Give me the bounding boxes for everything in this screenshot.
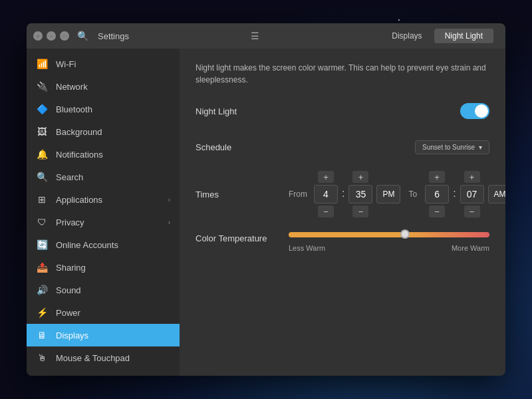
network-icon: 🔌 bbox=[36, 81, 48, 92]
displays-icon: 🖥 bbox=[36, 330, 48, 340]
to-hour-stack: + 6 − bbox=[425, 171, 449, 217]
sidebar-item-notifications[interactable]: 🔔 Notifications bbox=[27, 143, 180, 166]
sidebar-label-displays: Displays bbox=[56, 331, 88, 340]
to-hour-up-button[interactable]: + bbox=[429, 171, 445, 183]
to-period-display: AM bbox=[488, 185, 505, 203]
bluetooth-icon: 🔷 bbox=[36, 104, 48, 114]
to-hour-display: 6 bbox=[425, 185, 449, 203]
notifications-icon: 🔔 bbox=[36, 149, 48, 160]
chevron-icon-privacy: › bbox=[168, 219, 170, 226]
to-min-down-button[interactable]: − bbox=[464, 205, 480, 217]
sidebar-label-sharing: Sharing bbox=[56, 263, 86, 273]
to-min-up-button[interactable]: + bbox=[464, 171, 480, 183]
to-hour-down-button[interactable]: − bbox=[429, 205, 445, 217]
close-button[interactable]: × bbox=[33, 31, 43, 41]
to-min-display: 07 bbox=[460, 185, 484, 203]
temp-slider-track bbox=[289, 232, 489, 237]
sidebar-item-privacy[interactable]: 🛡 Privacy › bbox=[27, 211, 180, 233]
from-min-up-button[interactable]: + bbox=[352, 171, 368, 183]
more-warm-label: More Warm bbox=[452, 244, 489, 252]
sidebar-label-network: Network bbox=[56, 82, 88, 92]
sidebar-label-wifi: Wi-Fi bbox=[56, 59, 76, 69]
content-area: Night light makes the screen color warme… bbox=[180, 49, 505, 376]
sidebar-item-applications[interactable]: ⊞ Applications › bbox=[27, 188, 180, 211]
tab-night-light[interactable]: Night Light bbox=[434, 29, 493, 43]
from-min-display: 35 bbox=[348, 185, 372, 203]
to-label: To bbox=[408, 190, 417, 199]
search-sidebar-icon: 🔍 bbox=[36, 172, 48, 182]
settings-window: × − □ 🔍 Settings ☰ Displays Night Light … bbox=[27, 23, 505, 376]
color-temp-control: Less Warm More Warm bbox=[289, 229, 489, 252]
sidebar: 📶 Wi-Fi 🔌 Network 🔷 Bluetooth 🖼 Backgrou… bbox=[27, 49, 180, 376]
background-icon: 🖼 bbox=[36, 126, 48, 137]
sidebar-item-power[interactable]: ⚡ Power bbox=[27, 301, 180, 324]
times-control: From + 4 − : + 35 − bbox=[289, 171, 505, 217]
night-light-row: Night Light bbox=[196, 99, 489, 123]
color-temp-row: Color Temperature Less Warm More Warm bbox=[196, 229, 489, 252]
mouse-icon: 🖱 bbox=[36, 352, 48, 363]
main-layout: 📶 Wi-Fi 🔌 Network 🔷 Bluetooth 🖼 Backgrou… bbox=[27, 49, 505, 376]
description: Night light makes the screen color warme… bbox=[196, 62, 489, 86]
from-hour-down-button[interactable]: − bbox=[318, 205, 334, 217]
sidebar-item-online-accounts[interactable]: 🔄 Online Accounts bbox=[27, 233, 180, 256]
from-min-down-button[interactable]: − bbox=[352, 205, 368, 217]
night-light-toggle[interactable] bbox=[460, 103, 489, 119]
dropdown-arrow-icon: ▾ bbox=[479, 144, 482, 151]
sidebar-label-notifications: Notifications bbox=[56, 150, 103, 160]
sidebar-item-mouse-touchpad[interactable]: 🖱 Mouse & Touchpad bbox=[27, 346, 180, 369]
from-hour-stack: + 4 − bbox=[314, 171, 338, 217]
from-hour-display: 4 bbox=[314, 185, 338, 203]
online-accounts-icon: 🔄 bbox=[36, 239, 48, 250]
sidebar-label-mouse-touchpad: Mouse & Touchpad bbox=[56, 353, 130, 363]
search-icon[interactable]: 🔍 bbox=[77, 31, 88, 41]
applications-icon: ⊞ bbox=[36, 194, 48, 205]
night-light-label: Night Light bbox=[196, 106, 289, 116]
from-min-stack: + 35 − bbox=[348, 171, 372, 217]
times-row: Times From + 4 − : + bbox=[196, 171, 489, 217]
sidebar-item-background[interactable]: 🖼 Background bbox=[27, 120, 180, 143]
titlebar: × − □ 🔍 Settings ☰ Displays Night Light bbox=[27, 23, 505, 49]
window-controls: × − □ bbox=[33, 31, 69, 41]
tab-displays[interactable]: Displays bbox=[381, 29, 432, 43]
times-label: Times bbox=[196, 190, 289, 200]
from-label: From bbox=[289, 190, 307, 199]
schedule-dropdown[interactable]: Sunset to Sunrise ▾ bbox=[415, 140, 489, 154]
temp-slider-container bbox=[289, 229, 489, 240]
wifi-icon: 📶 bbox=[36, 59, 48, 69]
hamburger-icon[interactable]: ☰ bbox=[251, 31, 259, 41]
sidebar-item-search[interactable]: 🔍 Search bbox=[27, 166, 180, 188]
schedule-value: Sunset to Sunrise bbox=[422, 144, 475, 151]
sidebar-item-displays[interactable]: 🖥 Displays bbox=[27, 324, 180, 346]
color-temp-label: Color Temperature bbox=[196, 229, 289, 243]
temp-slider-thumb[interactable] bbox=[400, 229, 410, 239]
sidebar-label-privacy: Privacy bbox=[56, 217, 84, 227]
sidebar-label-power: Power bbox=[56, 308, 80, 318]
sidebar-item-network[interactable]: 🔌 Network bbox=[27, 75, 180, 98]
colon-2: : bbox=[453, 188, 456, 201]
sidebar-item-sound[interactable]: 🔊 Sound bbox=[27, 279, 180, 301]
maximize-button[interactable]: □ bbox=[60, 31, 69, 41]
sharing-icon: 📤 bbox=[36, 262, 48, 273]
chevron-icon: › bbox=[168, 196, 170, 203]
colon-1: : bbox=[342, 188, 344, 201]
sidebar-item-wifi[interactable]: 📶 Wi-Fi bbox=[27, 53, 180, 75]
from-hour-up-button[interactable]: + bbox=[318, 171, 334, 183]
sidebar-label-sound: Sound bbox=[56, 285, 81, 295]
minimize-button[interactable]: − bbox=[47, 31, 56, 41]
temp-labels: Less Warm More Warm bbox=[289, 244, 489, 252]
sidebar-label-bluetooth: Bluetooth bbox=[56, 104, 92, 114]
schedule-label: Schedule bbox=[196, 142, 289, 152]
tab-bar: Displays Night Light bbox=[381, 29, 493, 43]
less-warm-label: Less Warm bbox=[289, 244, 325, 252]
sidebar-label-applications: Applications bbox=[56, 195, 102, 205]
sidebar-item-sharing[interactable]: 📤 Sharing bbox=[27, 256, 180, 279]
sidebar-label-background: Background bbox=[56, 127, 102, 137]
sidebar-label-search: Search bbox=[56, 172, 83, 182]
from-period-display: PM bbox=[376, 185, 400, 203]
schedule-row: Schedule Sunset to Sunrise ▾ bbox=[196, 135, 489, 159]
schedule-control: Sunset to Sunrise ▾ bbox=[289, 140, 489, 154]
sidebar-item-bluetooth[interactable]: 🔷 Bluetooth bbox=[27, 98, 180, 120]
night-light-control bbox=[289, 103, 489, 119]
to-min-stack: + 07 − bbox=[460, 171, 484, 217]
times-controls: From + 4 − : + 35 − bbox=[289, 171, 505, 217]
